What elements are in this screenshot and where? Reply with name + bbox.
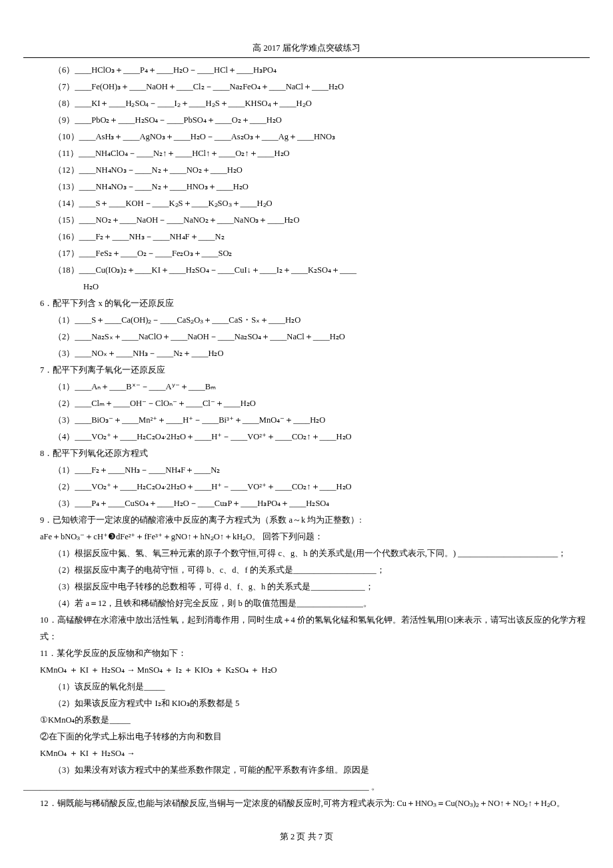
q8-1: （1）____F₂＋____NH₃－____NH₄F＋____N₂ (23, 462, 590, 479)
q11-title: 11．某化学反应的反应物和产物如下： (23, 645, 590, 662)
eq-5-9: （9）____PbO₂＋____H₂SO₄－____PbSO₄＋____O₂＋_… (23, 112, 590, 129)
q7-1: （1）____Aₙ＋____Bˣ⁻－____Aʸ⁻＋____Bₘ (23, 379, 590, 395)
footer-mid: 页 共 (295, 832, 318, 841)
footer-suffix: 页 (322, 832, 333, 841)
eq-5-6: （6）____HClO₃＋____P₄＋____H₂O－____HCl＋____… (23, 62, 590, 79)
page-header: 高 2017 届化学难点突破练习 (23, 40, 590, 57)
q11-eq2: KMnO₄ ＋ KI ＋ H₂SO₄ → (23, 745, 590, 762)
q11-p2a: ①KMnO₄的系数是_____ (23, 712, 590, 729)
q9-p3: （3）根据反应中电子转移的总数相等，可得 d、f、g、h 的关系式是______… (23, 579, 590, 595)
q6-3: （3）____NOₓ＋____NH₃－____N₂＋____H₂O (23, 345, 590, 362)
eq-5-14: （14）____S＋____KOH－____K₂S＋____K₂SO₃＋____… (23, 195, 590, 212)
q11-p2: （2）如果该反应方程式中 I₂和 KIO₃的系数都是 5 (23, 695, 590, 712)
header-rule (23, 57, 590, 58)
eq-5-11: （11）____NH₄ClO₄－____N₂↑＋____HCl↑＋____O₂↑… (23, 145, 590, 162)
eq-5-13: （13）____NH₄NO₃－____N₂＋____HNO₃＋____H₂O (23, 179, 590, 195)
q10: 10．高锰酸钾在水溶液中放出活性氧，起到消毒作用，同时生成＋4 价的氢氧化锰和氢… (23, 612, 590, 645)
eq-5-10: （10）____AsH₃＋____AgNO₃＋____H₂O－____As₂O₃… (23, 129, 590, 145)
q11-p1: （1）该反应的氧化剂是_____ (23, 679, 590, 695)
eq-5-18: （18）____Cu(IO₃)₂＋____KI＋____H₂SO₄－____Cu… (23, 262, 590, 279)
q7-title: 7．配平下列离子氧化一还原反应 (23, 362, 590, 379)
eq-5-15: （15）____NO₂＋____NaOH－____NaNO₂＋____NaNO₃… (23, 212, 590, 229)
eq-5-16: （16）____F₂＋____NH₃－____NH₄F＋____N₂ (23, 229, 590, 245)
q8-3: （3）____P₄＋____CuSO₄＋____H₂O－____Cu₃P＋___… (23, 495, 590, 512)
q6-1: （1）____S＋____Ca(OH)₂－____CaS₂O₃＋____CaS・… (23, 312, 590, 329)
q6-2: （2）____Na₂Sₓ＋____NaClO＋____NaOH－____Na₂S… (23, 329, 590, 345)
q7-4: （4）____VO₂⁺＋____H₂C₂O₄·2H₂O＋____H⁺－____V… (23, 429, 590, 445)
footer-prefix: 第 (280, 832, 291, 841)
q7-2: （2）____Clₘ＋____OH⁻－ClOₙ⁻＋____Cl⁻＋____H₂O (23, 395, 590, 412)
page-footer: 第 2 页 共 7 页 (23, 829, 590, 845)
q9-p2: （2）根据反应中离子的电荷守恒，可得 b、c、d、f 的关系式是________… (23, 562, 590, 579)
q6-title: 6．配平下列含 x 的氧化一还原反应 (23, 295, 590, 312)
q7-3: （3）____BiO₃⁻＋____Mn²⁺＋____H⁺－____Bi³⁺＋__… (23, 412, 590, 429)
q11-p2b: ②在下面的化学式上标出电子转移的方向和数目 (23, 729, 590, 745)
q11-p3: （3）如果没有对该方程式中的某些系数作限定，可能的配平系数有许多组。原因是 (23, 762, 590, 779)
q8-title: 8．配平下列氧化还原方程式 (23, 445, 590, 462)
q11-p3b: ________________________________________… (23, 779, 590, 795)
q9-p4: （4）若 a＝12，且铁和稀硝酸恰好完全反应，则 b 的取值范围是_______… (23, 595, 590, 612)
eq-5-7: （7）____Fe(OH)₃＋____NaOH＋____Cl₂－____Na₂F… (23, 79, 590, 95)
eq-5-8: （8）____KI＋____H₂SO₄－____I₂＋____H₂S＋____K… (23, 95, 590, 112)
q11-eq: KMnO₄ ＋ KI ＋ H₂SO₄ → MnSO₄ ＋ I₂ ＋ KIO₃ ＋… (23, 662, 590, 679)
q9-p1: （1）根据反应中氮、氢、氧三种元素的原子个数守恒,可得 c、g、h 的关系式是(… (23, 545, 590, 562)
eq-5-17: （17）____FeS₂＋____O₂－____Fe₂O₃＋____SO₂ (23, 245, 590, 262)
q8-2: （2）____VO₂⁺＋____H₂C₂O₄·2H₂O＋____H⁺－____V… (23, 479, 590, 495)
q9-eq: aFe＋bNO₃⁻＋cH⁺❸dFe²⁺＋fFe³⁺＋gNO↑＋hN₂O↑＋kH₂… (23, 529, 590, 545)
eq-5-18b: H₂O (23, 279, 590, 295)
q9-title: 9．已知铁溶于一定浓度的硝酸溶液中反应的离子方程式为（系数 a～k 均为正整数）… (23, 512, 590, 529)
q12: 12．铜既能与稀硝酸反应,也能与浓硝酸反应,当铜与一定浓度的硝酸反应时,可将方程… (23, 795, 590, 812)
eq-5-12: （12）____NH₄NO₃－____N₂＋____NO₂＋____H₂O (23, 162, 590, 179)
